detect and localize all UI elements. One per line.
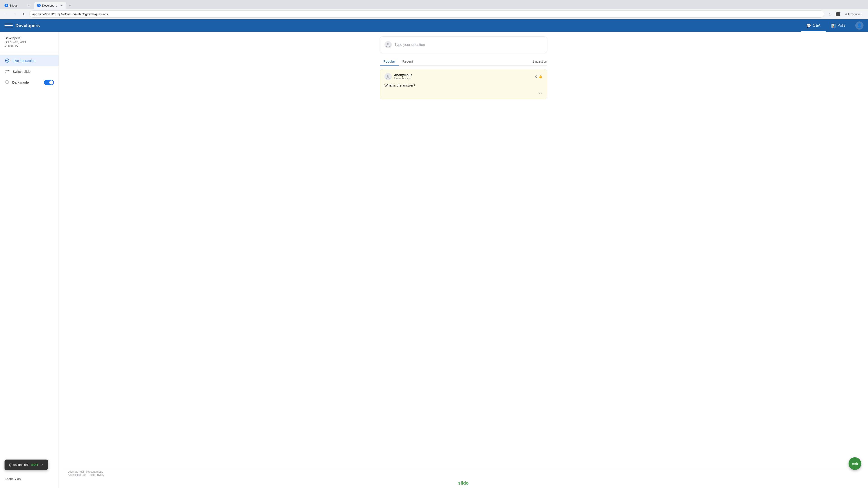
slidos-tab-close[interactable]: × <box>27 4 31 7</box>
toast-message: Question sent <box>9 463 29 466</box>
browser-toolbar: ← → ↻ app.sli.do/event/dCnjRveGaeVb49ut2… <box>0 9 868 19</box>
qa-tabs-row: Popular Recent 1 question <box>380 58 547 66</box>
switch-slido-icon <box>4 69 10 74</box>
question-card-footer: ··· <box>384 91 542 96</box>
app-brand: Developers <box>16 23 801 28</box>
toast-close-button[interactable]: × <box>41 463 43 467</box>
main-scroll: Type your question Popular Recent 1 ques… <box>63 32 864 468</box>
browser-chrome: S Slidos × S Developers × + ← → ↻ app.sl… <box>0 0 868 19</box>
dark-mode-icon <box>4 79 9 85</box>
sidebar-about[interactable]: About Slido <box>0 475 59 484</box>
developers-tab-close[interactable]: × <box>60 4 63 7</box>
sidebar-item-live-interaction[interactable]: Live interaction <box>0 55 59 66</box>
question-card-user: Anonymous 2 minutes ago <box>384 73 412 80</box>
slidos-tab-favicon: S <box>4 4 8 7</box>
question-author: Anonymous <box>394 73 412 77</box>
ask-fab[interactable]: Ask <box>848 457 861 470</box>
svg-point-2 <box>387 43 389 45</box>
question-avatar <box>384 73 392 80</box>
developers-tab-favicon: S <box>37 4 41 7</box>
main-content: Type your question Popular Recent 1 ques… <box>59 32 868 488</box>
question-input-avatar <box>384 41 392 48</box>
live-interaction-icon <box>4 58 10 63</box>
sidebar: Developers Oct 10–13, 2024 #1480 327 Liv… <box>0 32 59 488</box>
nav-polls[interactable]: 📊 Polls <box>826 19 851 32</box>
browser-tabs-bar: S Slidos × S Developers × + <box>0 0 868 9</box>
header-menu-button[interactable] <box>4 22 13 30</box>
url-text: app.sli.do/event/dCnjRveGaeVb49ut2zGgst/… <box>32 12 821 16</box>
back-button[interactable]: ← <box>2 10 9 18</box>
thumbs-up-icon: 👍 <box>538 75 542 78</box>
question-count: 1 question <box>532 60 547 63</box>
dark-mode-toggle[interactable] <box>44 80 54 85</box>
tab-recent[interactable]: Recent <box>399 58 417 66</box>
sidebar-event-id: #1480 327 <box>4 44 54 48</box>
toast-edit-button[interactable]: EDIT <box>31 463 38 466</box>
svg-point-3 <box>387 75 389 77</box>
footer-secondary-text: Accessible Use · Slido Privacy <box>68 473 859 477</box>
question-input-card: Type your question <box>380 36 547 53</box>
address-bar[interactable]: app.sli.do/event/dCnjRveGaeVb49ut2zGgst/… <box>29 10 824 18</box>
question-like-button[interactable]: 0 👍 <box>535 75 542 78</box>
qa-icon: 💬 <box>807 24 811 28</box>
slido-logo: slido <box>63 478 864 488</box>
sidebar-event-info: Developers Oct 10–13, 2024 #1480 327 <box>0 36 59 53</box>
sidebar-event-dates: Oct 10–13, 2024 <box>4 40 54 44</box>
toolbar-actions: ☆ ⬛ ⬇ Incognito ⋮ <box>826 10 866 18</box>
question-card: Anonymous 2 minutes ago 0 👍 What is the … <box>380 69 547 99</box>
live-interaction-label: Live interaction <box>13 59 35 63</box>
tab-popular[interactable]: Popular <box>380 58 399 66</box>
bookmark-button[interactable]: ☆ <box>826 10 833 18</box>
developers-tab[interactable]: S Developers × <box>34 2 66 9</box>
footer-login-text: Login as host · Present mode <box>68 470 859 473</box>
nav-qa[interactable]: 💬 Q&A <box>801 19 826 32</box>
header-user-button[interactable]: 👤 <box>855 22 864 30</box>
chrome-menu-button[interactable]: ⋮ <box>859 10 866 18</box>
extensions-button[interactable]: ⬛ <box>834 10 841 18</box>
svg-point-1 <box>6 80 8 84</box>
slidos-tab[interactable]: S Slidos × <box>2 2 33 9</box>
question-time: 2 minutes ago <box>394 77 412 80</box>
reload-button[interactable]: ↻ <box>20 10 28 18</box>
dark-mode-label: Dark mode <box>12 80 29 84</box>
toast-notification: Question sent EDIT × <box>4 459 48 470</box>
incognito-button[interactable]: Incognito <box>850 10 858 18</box>
app-footer: Login as host · Present mode Accessible … <box>63 468 864 478</box>
nav-qa-label: Q&A <box>813 24 820 28</box>
dark-mode-row: Dark mode <box>0 77 59 88</box>
header-nav: 💬 Q&A 📊 Polls <box>801 19 851 32</box>
new-tab-button[interactable]: + <box>67 2 73 8</box>
question-input[interactable]: Type your question <box>395 43 542 47</box>
forward-button[interactable]: → <box>11 10 19 18</box>
question-more-button[interactable]: ··· <box>537 91 542 96</box>
question-card-header: Anonymous 2 minutes ago 0 👍 <box>384 73 542 80</box>
question-text: What is the answer? <box>384 83 542 88</box>
app-header: Developers 💬 Q&A 📊 Polls 👤 <box>0 19 868 32</box>
nav-polls-label: Polls <box>837 24 845 28</box>
question-user-info: Anonymous 2 minutes ago <box>394 73 412 80</box>
sidebar-nav: Live interaction Switch slido Dark mo <box>0 53 59 475</box>
developers-tab-title: Developers <box>42 4 58 7</box>
app-body: Developers Oct 10–13, 2024 #1480 327 Liv… <box>0 32 868 488</box>
sidebar-event-name: Developers <box>4 36 54 40</box>
switch-slido-label: Switch slido <box>13 70 31 73</box>
polls-icon: 📊 <box>831 24 836 28</box>
slidos-tab-title: Slidos <box>9 4 26 7</box>
like-count: 0 <box>535 75 537 78</box>
sidebar-item-switch-slido[interactable]: Switch slido <box>0 66 59 77</box>
